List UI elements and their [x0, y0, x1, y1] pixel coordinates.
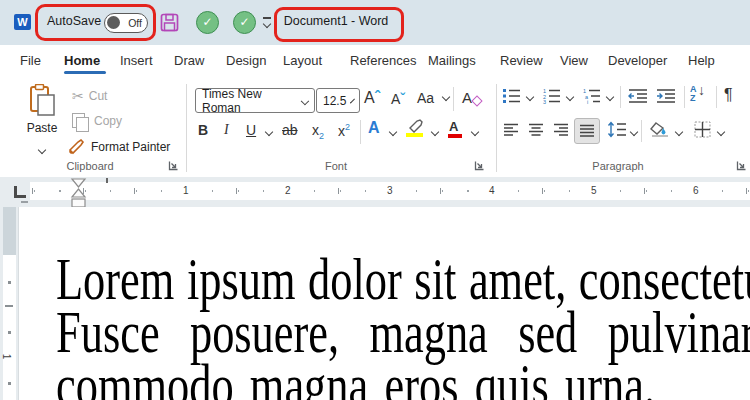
tab-draw[interactable]: Draw — [174, 53, 204, 68]
tab-references[interactable]: References — [350, 53, 416, 68]
superscript-button[interactable]: x2 — [338, 122, 350, 139]
bullet-list-dropdown-icon[interactable] — [526, 93, 534, 101]
indent-markers[interactable] — [70, 178, 87, 210]
tab-design[interactable]: Design — [226, 53, 266, 68]
format-painter-icon — [68, 139, 86, 155]
highlight-color-button[interactable] — [406, 119, 424, 137]
tab-developer[interactable]: Developer — [608, 53, 667, 68]
italic-button[interactable]: I — [224, 122, 229, 138]
checkmark-icon-2[interactable]: ✓ — [233, 11, 256, 34]
tab-stop-selector[interactable] — [14, 186, 26, 198]
checkmark-icon-1[interactable]: ✓ — [196, 11, 219, 34]
align-center-icon[interactable] — [528, 123, 544, 137]
text-effects-button[interactable]: A — [368, 119, 380, 137]
grow-font-button[interactable]: Aˆ — [364, 89, 380, 107]
justify-button[interactable] — [574, 118, 600, 144]
paragraph-dialog-launcher-icon[interactable] — [736, 160, 747, 171]
font-dialog-launcher-icon[interactable] — [474, 160, 485, 171]
tab-review[interactable]: Review — [500, 53, 543, 68]
numbered-list-dropdown-icon[interactable] — [566, 93, 574, 101]
copy-label: Copy — [94, 114, 122, 128]
font-size-select[interactable]: 12.5 — [316, 88, 360, 113]
borders-dropdown-icon[interactable] — [717, 128, 725, 136]
horizontal-ruler[interactable]: 1 2 3 4 5 6 — [30, 182, 750, 200]
save-icon[interactable] — [160, 13, 179, 32]
tab-mailings[interactable]: Mailings — [428, 53, 476, 68]
tab-view[interactable]: View — [560, 53, 588, 68]
active-tab-indicator — [64, 71, 106, 74]
justify-icon — [579, 124, 595, 138]
ruler-number: 2 — [282, 185, 294, 196]
svg-text:i: i — [587, 99, 588, 104]
clear-formatting-icon: A — [462, 89, 472, 106]
ribbon-tabs: File Home Insert Draw Design Layout Refe… — [0, 45, 750, 77]
multilevel-list-dropdown-icon[interactable] — [606, 93, 614, 101]
shading-dropdown-icon[interactable] — [675, 128, 683, 136]
annotation-box-autosave — [35, 4, 156, 41]
tab-layout[interactable]: Layout — [283, 53, 322, 68]
customize-toolbar-icon[interactable] — [261, 16, 273, 28]
separator — [641, 120, 642, 142]
font-name-value: Times New Roman — [202, 87, 296, 115]
tab-insert[interactable]: Insert — [120, 53, 153, 68]
separator — [453, 87, 454, 111]
paste-dropdown-icon[interactable] — [38, 146, 46, 154]
highlight-dropdown-icon[interactable] — [431, 128, 439, 136]
align-right-icon[interactable] — [553, 123, 569, 137]
tab-home[interactable]: Home — [64, 53, 100, 68]
line-spacing-dropdown-icon[interactable] — [630, 128, 638, 136]
margin-dash-icon — [21, 201, 28, 203]
text-effects-dropdown-icon[interactable] — [389, 128, 397, 136]
decrease-indent-icon[interactable] — [628, 88, 648, 104]
align-left-icon[interactable] — [503, 123, 519, 137]
multilevel-list-icon[interactable]: 1ai — [582, 88, 601, 104]
paste-button[interactable]: Paste — [16, 84, 68, 157]
shading-icon[interactable] — [650, 121, 670, 139]
highlight-color-bar — [406, 133, 423, 137]
ruler-number: 3 — [384, 185, 396, 196]
format-painter-label: Format Painter — [91, 140, 170, 154]
font-name-select[interactable]: Times New Roman — [195, 88, 315, 113]
shrink-font-button[interactable]: Aˇ — [391, 91, 405, 107]
paste-icon — [29, 84, 56, 117]
paste-label: Paste — [16, 121, 68, 135]
change-case-button[interactable]: Aa — [417, 90, 449, 106]
font-color-dropdown-icon[interactable] — [471, 128, 479, 136]
bold-button[interactable]: B — [198, 122, 208, 138]
grow-font-icon: A — [364, 89, 375, 106]
paragraph-group-label: Paragraph — [496, 160, 740, 172]
line-spacing-icon[interactable] — [607, 121, 627, 138]
sort-button[interactable]: A Z ↓ — [690, 85, 697, 103]
ruler-tick — [8, 331, 11, 334]
cut-button[interactable]: ✂ Cut — [72, 88, 107, 104]
clear-formatting-button[interactable]: A — [462, 89, 472, 106]
underline-dropdown-icon[interactable] — [265, 128, 273, 136]
font-color-bar — [448, 134, 462, 138]
scissors-icon: ✂ — [72, 88, 84, 104]
document-page[interactable]: Lorem ipsum dolor sit amet, consectetuer… — [18, 207, 750, 400]
clipboard-dialog-launcher-icon[interactable] — [168, 160, 179, 171]
tab-file[interactable]: File — [20, 53, 41, 68]
increase-indent-icon[interactable] — [656, 88, 676, 104]
separator — [620, 86, 621, 108]
chevron-down-icon — [301, 96, 309, 104]
underline-button[interactable]: U — [246, 122, 256, 138]
subscript-button[interactable]: x2 — [312, 122, 324, 141]
copy-button[interactable]: Copy — [72, 113, 122, 128]
eraser-icon — [471, 95, 482, 106]
ruler-band: 1 2 3 4 5 6 — [0, 177, 750, 207]
document-text: Lorem ipsum dolor sit amet, consectetuer… — [56, 207, 750, 400]
word-app-icon[interactable]: W — [14, 14, 31, 30]
show-formatting-button[interactable]: ¶ — [724, 86, 733, 104]
strikethrough-button[interactable]: ab — [282, 122, 298, 138]
ruler-number: 4 — [486, 185, 498, 196]
copy-icon — [72, 113, 85, 128]
font-color-button[interactable]: A — [449, 119, 458, 134]
borders-icon[interactable] — [694, 121, 711, 138]
numbered-list-icon[interactable]: 123 — [542, 88, 561, 104]
vertical-ruler[interactable]: 1 — [0, 207, 18, 400]
vertical-ruler-margin — [3, 207, 16, 255]
bullet-list-icon[interactable] — [502, 88, 521, 104]
format-painter-button[interactable]: Format Painter — [68, 139, 170, 155]
tab-help[interactable]: Help — [688, 53, 715, 68]
